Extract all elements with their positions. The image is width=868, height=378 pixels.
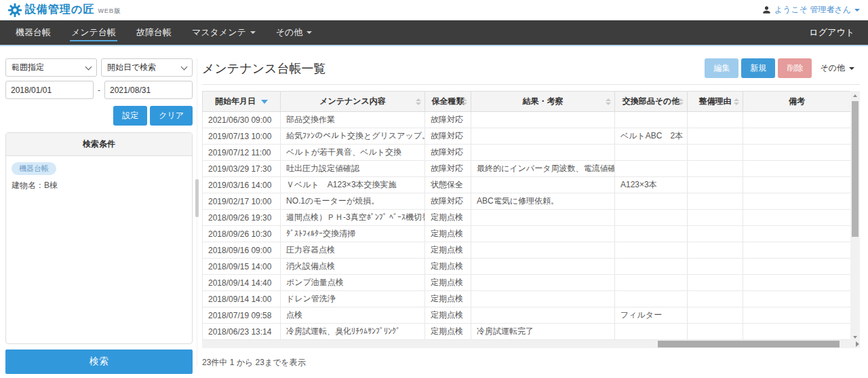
header-cell[interactable]: 整備理由 [688, 92, 743, 112]
delete-button[interactable]: 削除 [778, 58, 812, 78]
user-menu[interactable]: ようこそ 管理者さん [762, 4, 860, 16]
table-cell: 2019/07/12 11:00 [203, 145, 281, 161]
table-row[interactable]: 2018/09/14 14:00ドレン管洗浄定期点検 [203, 291, 851, 307]
table-row[interactable]: 2018/09/26 19:30週間点検）ＰＨ-3真空ﾎﾟﾝﾌﾟ ﾍﾞｰｽ機切替… [203, 210, 851, 226]
table-row[interactable]: 2019/07/13 10:00給気ﾌｧﾝのベルト交換とグリスアップ。ベル...… [203, 128, 851, 145]
nav-tab-label: その他 [276, 26, 303, 39]
header-cell[interactable]: 保全種類 [425, 92, 471, 112]
nav-tab-label: マスタメンテ [192, 26, 246, 39]
table-cell: 点検 [281, 307, 425, 324]
search-criteria-title: 検索条件 [6, 133, 192, 156]
date-to-input[interactable] [104, 81, 193, 99]
range-type-value: 範囲指定 [12, 62, 44, 73]
vertical-scrollbar[interactable] [850, 91, 860, 342]
table-cell [688, 324, 743, 340]
table-cell [615, 324, 688, 340]
logout-button[interactable]: ログアウト [801, 20, 863, 45]
table-cell [471, 242, 615, 259]
table-cell [471, 226, 615, 242]
table-cell: 定期点検 [425, 324, 471, 340]
chevron-down-icon [854, 9, 860, 12]
table-row[interactable]: 2019/03/29 17:30吐出圧力設定値確認故障対応最終的にインバータ周波… [203, 161, 851, 177]
new-button[interactable]: 新規 [741, 58, 775, 78]
edit-button[interactable]: 編集 [705, 58, 738, 78]
horizontal-scroll-thumb[interactable] [658, 341, 840, 347]
header-cell[interactable]: 備考 [743, 92, 851, 112]
header-cell[interactable]: メンテナンス内容 [281, 92, 425, 112]
divider [202, 84, 860, 85]
header-cell[interactable]: 開始年月日 [203, 92, 281, 112]
nav-tab-2[interactable]: 故障台帳 [126, 20, 182, 45]
table-cell: 2018/09/26 10:30 [203, 226, 281, 242]
table-cell [743, 161, 851, 177]
table-cell [688, 145, 743, 161]
app-title: 設備管理の匠 [25, 3, 94, 17]
table-cell: 状態保全 [425, 177, 471, 193]
table-cell: 定期点検 [425, 226, 471, 242]
table-row[interactable]: 2018/09/15 14:00消火設備点検定期点検 [203, 259, 851, 275]
scroll-right-icon[interactable] [856, 341, 859, 347]
date-field-select[interactable]: 開始日で検索 [101, 58, 193, 77]
table-row[interactable]: 2018/09/26 10:30ﾀﾞｽﾄﾌｨﾙﾀｰ交換清掃定期点検 [203, 226, 851, 242]
table-cell: 故障対応 [425, 112, 471, 128]
nav-tab-4[interactable]: その他 [266, 20, 323, 45]
table-cell: Ｖベルト A123×3本交換実施 [281, 177, 425, 193]
table-row[interactable]: 2021/06/30 09:00部品交換作業故障対応 [203, 112, 851, 128]
table-row[interactable]: 2019/07/12 11:00ベルトが若干異音、ベルト交換故障対応 [203, 145, 851, 161]
app-logo: 設備管理の匠 WEB版 [8, 3, 121, 17]
table-cell [688, 259, 743, 275]
table-cell: 2018/07/19 09:58 [203, 307, 281, 324]
header-cell-label: メンテナンス内容 [319, 96, 386, 107]
table-row[interactable]: 2018/06/23 13:14冷房試運転、臭化ﾘﾁｳﾑｻﾝﾌﾟﾘﾝｸﾞ定期点検… [203, 324, 851, 340]
criteria-badge-equipment: 機器台帳 [12, 162, 56, 175]
header-cell[interactable]: 交換部品その他 [615, 92, 688, 112]
table-row[interactable]: 2019/02/17 10:00NO.1のモーターが焼損。故障対応ABC電気に修… [203, 193, 851, 210]
page-title: メンテナンス台帳一覧 [202, 60, 326, 77]
table-row[interactable]: 2018/09/16 09:00圧力容器点検定期点検 [203, 242, 851, 259]
other-menu-button[interactable]: その他 [814, 62, 860, 74]
nav-tab-label: メンテ台帳 [71, 26, 116, 39]
table-cell [743, 226, 851, 242]
content: 範囲指定 開始日で検索 - 設定 クリア 検索条件 機器台帳 建物名：B棟 検索 [0, 46, 868, 374]
table-cell: 2021/06/30 09:00 [203, 112, 281, 128]
table-cell: 2019/03/29 17:30 [203, 161, 281, 177]
table-row[interactable]: 2019/03/16 14:00Ｖベルト A123×3本交換実施状態保全A123… [203, 177, 851, 193]
date-field-value: 開始日で検索 [107, 62, 156, 73]
header-cell-label: 開始年月日 [215, 96, 256, 107]
table-cell [743, 145, 851, 161]
main-panel: メンテナンス台帳一覧 編集 新規 削除 その他 開始年月日メンテナンス内容保全種… [202, 58, 860, 374]
pane-splitter [195, 58, 200, 374]
table-cell [471, 307, 615, 324]
date-from-input[interactable] [5, 81, 94, 99]
table-cell [615, 242, 688, 259]
table-cell [688, 161, 743, 177]
criteria-item-building: 建物名：B棟 [12, 180, 186, 191]
set-button[interactable]: 設定 [113, 106, 147, 126]
nav-tab-0[interactable]: 機器台帳 [5, 20, 61, 45]
splitter-handle[interactable] [195, 179, 199, 217]
sort-both-icon [734, 98, 739, 105]
search-button[interactable]: 検索 [5, 349, 193, 374]
table-cell: 部品交換作業 [281, 112, 425, 128]
maintenance-table-wrap: 開始年月日メンテナンス内容保全種類結果・考察交換部品その他整備理由備考 2021… [202, 91, 860, 348]
table-cell [615, 161, 688, 177]
table-cell [743, 307, 851, 324]
table-cell [688, 307, 743, 324]
horizontal-scrollbar[interactable] [202, 340, 860, 348]
maintenance-table: 開始年月日メンテナンス内容保全種類結果・考察交換部品その他整備理由備考 2021… [202, 91, 851, 340]
table-cell [688, 128, 743, 145]
scroll-up-icon[interactable] [850, 91, 860, 100]
table-cell: 冷房試運転完了 [471, 324, 615, 340]
table-cell: ポンプ油量点検 [281, 275, 425, 291]
user-icon [762, 5, 771, 14]
table-row[interactable]: 2018/09/14 14:40ポンプ油量点検定期点検 [203, 275, 851, 291]
table-row[interactable]: 2018/07/19 09:58点検定期点検フィルター [203, 307, 851, 324]
range-type-select[interactable]: 範囲指定 [5, 58, 97, 77]
header-cell[interactable]: 結果・考察 [471, 92, 615, 112]
nav-tab-1[interactable]: メンテ台帳 [61, 20, 126, 45]
table-cell: NO.1のモーターが焼損。 [281, 193, 425, 210]
nav-tab-3[interactable]: マスタメンテ [182, 20, 266, 45]
clear-button[interactable]: クリア [150, 106, 193, 126]
vertical-scroll-thumb[interactable] [852, 101, 859, 237]
search-criteria-panel: 検索条件 機器台帳 建物名：B棟 [5, 132, 193, 344]
